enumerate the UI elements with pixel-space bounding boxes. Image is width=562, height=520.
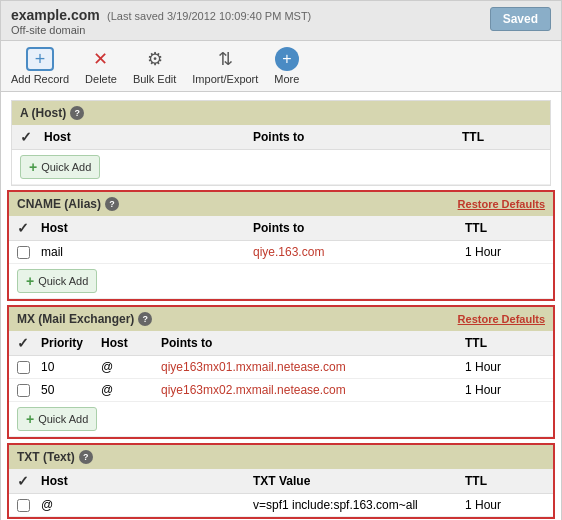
cname-restore-link[interactable]: Restore Defaults xyxy=(458,198,545,210)
delete-label: Delete xyxy=(85,73,117,85)
add-record-icon: + xyxy=(26,47,54,71)
header-left: example.com (Last saved 3/19/2012 10:09:… xyxy=(11,7,311,36)
mx-header: MX (Mail Exchanger) ? Restore Defaults xyxy=(9,307,553,331)
bulk-edit-icon: ⚙ xyxy=(141,47,169,71)
subtitle: Off-site domain xyxy=(11,24,311,36)
a-host-header: A (Host) ? xyxy=(12,101,550,125)
mx-quick-add-row: + Quick Add xyxy=(9,402,553,437)
cname-help-icon[interactable]: ? xyxy=(105,197,119,211)
a-host-section: A (Host) ? ✓ Host Points to TTL + Quick … xyxy=(11,100,551,186)
mx-row-50-check xyxy=(17,384,41,397)
txt-title-row: TXT (Text) ? xyxy=(17,450,93,464)
txt-row-spf-checkbox[interactable] xyxy=(17,499,30,512)
cname-col-points: Points to xyxy=(253,221,465,235)
cname-title-row: CNAME (Alias) ? xyxy=(17,197,119,211)
cname-col-host: Host xyxy=(41,221,253,235)
cname-check-col: ✓ xyxy=(17,220,41,236)
a-host-quick-add-label: Quick Add xyxy=(41,161,91,173)
saved-button[interactable]: Saved xyxy=(490,7,551,31)
mx-row-50-points[interactable]: qiye163mx02.mxmail.netease.com xyxy=(161,383,346,397)
page-wrapper: example.com (Last saved 3/19/2012 10:09:… xyxy=(0,0,562,520)
mx-row-10-priority: 10 xyxy=(41,360,101,374)
cname-row-mail: mail qiye.163.com 1 Hour xyxy=(9,241,553,264)
domain-name: example.com xyxy=(11,7,100,23)
cname-row-mail-checkbox[interactable] xyxy=(17,246,30,259)
mx-row-50-ttl: 1 Hour xyxy=(465,383,545,397)
cname-quick-add-row: + Quick Add xyxy=(9,264,553,299)
cname-header: CNAME (Alias) ? Restore Defaults xyxy=(9,192,553,216)
a-host-quick-add-icon: + xyxy=(29,159,37,175)
txt-row-spf-host: @ xyxy=(41,498,253,512)
a-host-col-host: Host xyxy=(44,130,253,144)
a-host-columns: ✓ Host Points to TTL xyxy=(12,125,550,150)
mx-row-50-checkbox[interactable] xyxy=(17,384,30,397)
mx-row-10-points[interactable]: qiye163mx01.mxmail.netease.com xyxy=(161,360,346,374)
header: example.com (Last saved 3/19/2012 10:09:… xyxy=(1,1,561,41)
saved-info: (Last saved 3/19/2012 10:09:40 PM MST) xyxy=(107,10,311,22)
cname-quick-add-button[interactable]: + Quick Add xyxy=(17,269,97,293)
mx-help-icon[interactable]: ? xyxy=(138,312,152,326)
a-host-col-points: Points to xyxy=(253,130,462,144)
txt-row-spf: @ v=spf1 include:spf.163.com~all 1 Hour xyxy=(9,494,553,517)
a-host-help-icon[interactable]: ? xyxy=(70,106,84,120)
mx-col-points: Points to xyxy=(161,336,465,350)
cname-row-mail-host: mail xyxy=(41,245,253,259)
txt-row-spf-value: v=spf1 include:spf.163.com~all xyxy=(253,498,465,512)
cname-col-ttl: TTL xyxy=(465,221,545,235)
import-export-label: Import/Export xyxy=(192,73,258,85)
mx-row-50-priority: 50 xyxy=(41,383,101,397)
txt-section: TXT (Text) ? ✓ Host TXT Value TTL @ v=sp… xyxy=(7,443,555,519)
cname-section: CNAME (Alias) ? Restore Defaults ✓ Host … xyxy=(7,190,555,301)
mx-col-priority: Priority xyxy=(41,336,101,350)
cname-row-mail-ttl: 1 Hour xyxy=(465,245,545,259)
import-export-icon: ⇅ xyxy=(211,47,239,71)
mx-quick-add-label: Quick Add xyxy=(38,413,88,425)
txt-col-value: TXT Value xyxy=(253,474,465,488)
cname-quick-add-icon: + xyxy=(26,273,34,289)
mx-col-ttl: TTL xyxy=(465,336,545,350)
a-host-quick-add-button[interactable]: + Quick Add xyxy=(20,155,100,179)
a-host-title: A (Host) xyxy=(20,106,66,120)
cname-row-mail-check xyxy=(17,246,41,259)
mx-restore-link[interactable]: Restore Defaults xyxy=(458,313,545,325)
mx-quick-add-icon: + xyxy=(26,411,34,427)
mx-row-10-ttl: 1 Hour xyxy=(465,360,545,374)
add-record-button[interactable]: + Add Record xyxy=(11,47,69,85)
more-button[interactable]: + More xyxy=(274,47,299,85)
mx-quick-add-button[interactable]: + Quick Add xyxy=(17,407,97,431)
bulk-edit-button[interactable]: ⚙ Bulk Edit xyxy=(133,47,176,85)
txt-columns: ✓ Host TXT Value TTL xyxy=(9,469,553,494)
mx-section: MX (Mail Exchanger) ? Restore Defaults ✓… xyxy=(7,305,555,439)
mx-row-50-host: @ xyxy=(101,383,161,397)
more-icon: + xyxy=(275,47,299,71)
mx-columns: ✓ Priority Host Points to TTL xyxy=(9,331,553,356)
txt-check-col: ✓ xyxy=(17,473,41,489)
txt-header: TXT (Text) ? xyxy=(9,445,553,469)
cname-columns: ✓ Host Points to TTL xyxy=(9,216,553,241)
mx-row-10-checkbox[interactable] xyxy=(17,361,30,374)
more-label: More xyxy=(274,73,299,85)
mx-title: MX (Mail Exchanger) xyxy=(17,312,134,326)
add-record-label: Add Record xyxy=(11,73,69,85)
main-content: A (Host) ? ✓ Host Points to TTL + Quick … xyxy=(1,92,561,520)
cname-title: CNAME (Alias) xyxy=(17,197,101,211)
txt-col-ttl: TTL xyxy=(465,474,545,488)
a-host-title-row: A (Host) ? xyxy=(20,106,84,120)
a-host-col-ttl: TTL xyxy=(462,130,542,144)
toolbar: + Add Record ✕ Delete ⚙ Bulk Edit ⇅ Impo… xyxy=(1,41,561,92)
a-host-check-col: ✓ xyxy=(20,129,44,145)
mx-title-row: MX (Mail Exchanger) ? xyxy=(17,312,152,326)
txt-title: TXT (Text) xyxy=(17,450,75,464)
delete-button[interactable]: ✕ Delete xyxy=(85,47,117,85)
mx-row-50: 50 @ qiye163mx02.mxmail.netease.com 1 Ho… xyxy=(9,379,553,402)
txt-help-icon[interactable]: ? xyxy=(79,450,93,464)
import-export-button[interactable]: ⇅ Import/Export xyxy=(192,47,258,85)
cname-quick-add-label: Quick Add xyxy=(38,275,88,287)
cname-row-mail-points[interactable]: qiye.163.com xyxy=(253,245,324,259)
mx-col-host: Host xyxy=(101,336,161,350)
txt-row-spf-ttl: 1 Hour xyxy=(465,498,545,512)
txt-col-host: Host xyxy=(41,474,253,488)
mx-row-10: 10 @ qiye163mx01.mxmail.netease.com 1 Ho… xyxy=(9,356,553,379)
a-host-quick-add-row: + Quick Add xyxy=(12,150,550,185)
mx-row-10-check xyxy=(17,361,41,374)
